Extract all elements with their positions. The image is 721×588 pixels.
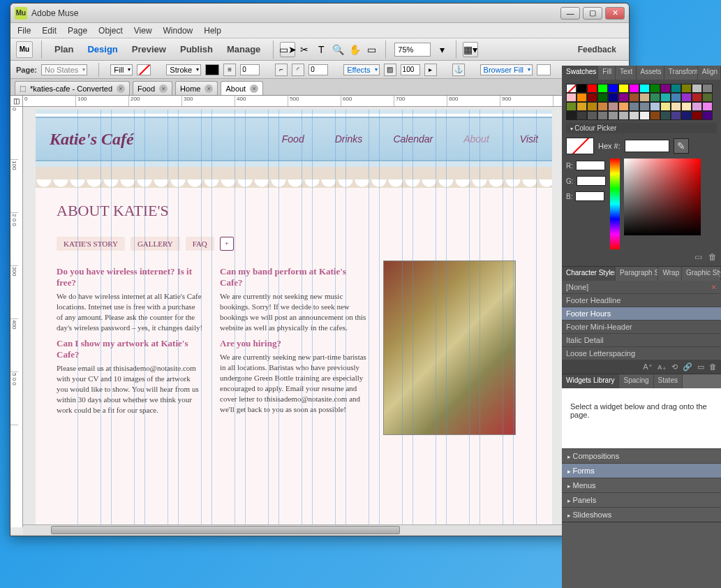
close-tab-icon[interactable]: × (205, 84, 213, 93)
nav-calendar[interactable]: Calendar (393, 133, 433, 145)
swatch-cell[interactable] (650, 93, 660, 102)
swatch-cell[interactable] (577, 111, 587, 120)
mode-publish[interactable]: Publish (180, 44, 213, 54)
link-style-icon[interactable]: 🔗 (683, 362, 692, 371)
tab-assets[interactable]: Assets (637, 66, 664, 80)
swatch-cell[interactable] (660, 102, 671, 111)
accordion-compositions[interactable]: Compositions (562, 448, 721, 463)
effects-dropdown[interactable]: Effects (343, 64, 379, 75)
doc-tab[interactable]: Home× (175, 81, 218, 95)
selection-tool-icon[interactable]: ▭➤ (280, 42, 295, 57)
tab-transform[interactable]: Transform (664, 66, 698, 80)
swatch-cell[interactable] (671, 84, 681, 93)
corner-radius-icon[interactable]: ◜ (292, 64, 304, 76)
swatch-cell[interactable] (566, 102, 577, 111)
swatch-cell[interactable] (671, 93, 681, 102)
swatch-cell[interactable] (597, 84, 608, 93)
doc-tab[interactable]: ⬚*katies-cafe - Converted× (15, 81, 130, 95)
browser-fill-swatch-icon[interactable] (537, 64, 551, 75)
opacity-icon[interactable]: ▨ (384, 64, 396, 76)
swatch-cell[interactable] (702, 84, 713, 93)
stroke-dropdown[interactable]: Stroke (166, 64, 201, 75)
tab-fill[interactable]: Fill (598, 66, 616, 80)
swatch-cell[interactable] (618, 111, 629, 120)
swatch-cell[interactable] (587, 111, 597, 120)
swatch-cell[interactable] (639, 111, 650, 120)
tab-graphic-styles[interactable]: Graphic Sty (682, 267, 721, 281)
swatch-cell[interactable] (587, 84, 597, 93)
style-row[interactable]: Italic Detail (562, 334, 721, 347)
style-row[interactable]: Loose Letterspacing (562, 347, 721, 360)
swatch-cell[interactable] (566, 93, 577, 102)
fill-swatch-icon[interactable] (137, 64, 151, 75)
nav-about[interactable]: About (463, 133, 489, 145)
anchor-icon[interactable]: ⚓ (452, 64, 465, 76)
swatch-cell[interactable] (650, 111, 660, 120)
menu-page[interactable]: Page (68, 26, 87, 36)
mode-manage[interactable]: Manage (227, 44, 260, 54)
browser-fill-dropdown[interactable]: Browser Fill (480, 64, 533, 75)
swatch-cell[interactable] (692, 84, 702, 93)
stroke-weight-input[interactable]: 0 (240, 64, 260, 75)
current-colour-swatch[interactable] (566, 138, 594, 154)
zoom-dropdown-icon[interactable]: ▾ (434, 42, 449, 57)
swatch-cell[interactable] (618, 84, 629, 93)
feedback-button[interactable]: Feedback (578, 45, 616, 54)
swatch-cell[interactable] (629, 84, 639, 93)
states-dropdown[interactable]: No States (41, 64, 87, 75)
swatch-cell[interactable] (618, 102, 629, 111)
swatch-cell[interactable] (608, 84, 618, 93)
close-button[interactable]: ✕ (605, 7, 625, 20)
r-input[interactable] (576, 161, 605, 170)
mode-design[interactable]: Design (87, 44, 117, 54)
swatch-cell[interactable] (639, 84, 650, 93)
mode-plan[interactable]: Plan (54, 44, 73, 54)
swatch-cell[interactable] (597, 93, 608, 102)
faq-image[interactable] (383, 260, 516, 435)
stroke-weight-stepper-icon[interactable]: ≡ (223, 64, 236, 76)
maximize-button[interactable]: ▢ (583, 7, 602, 20)
close-tab-icon[interactable]: × (159, 84, 168, 93)
swatch-cell[interactable] (597, 111, 608, 120)
b-input[interactable] (575, 191, 604, 201)
swatch-cell[interactable] (650, 84, 660, 93)
titlebar[interactable]: Mu Adobe Muse — ▢ ✕ (10, 3, 629, 23)
tab-align[interactable]: Align (698, 66, 721, 80)
swatch-cell[interactable] (587, 93, 597, 102)
opacity-input[interactable]: 100 (401, 64, 420, 75)
sat-val-picker[interactable] (624, 159, 701, 235)
ruler-origin-icon[interactable]: ◫ (10, 96, 23, 107)
horizontal-scrollbar[interactable] (23, 524, 629, 534)
swatch-cell[interactable] (577, 84, 587, 93)
swatch-cell[interactable] (629, 102, 639, 111)
hue-slider[interactable] (610, 159, 620, 249)
tab-wrap[interactable]: Wrap (658, 267, 682, 281)
vertical-ruler[interactable]: 0 100 2 0 0 300 400 5 0 0 (10, 107, 23, 527)
accordion-forms[interactable]: Forms (562, 463, 721, 478)
delete-style-icon[interactable]: 🗑 (709, 362, 717, 371)
close-tab-icon[interactable]: × (250, 84, 258, 93)
menu-file[interactable]: File (17, 26, 31, 36)
swatch-cell[interactable] (650, 102, 660, 111)
swatch-cell[interactable] (639, 93, 650, 102)
swatch-cell[interactable] (587, 102, 597, 111)
swatch-cell[interactable] (671, 111, 681, 120)
zoom-tool-icon[interactable]: 🔍 (330, 42, 345, 57)
doc-tab[interactable]: Food× (133, 81, 172, 95)
doc-tab[interactable]: About× (221, 81, 263, 95)
mode-preview[interactable]: Preview (132, 44, 166, 54)
hand-tool-icon[interactable]: ✋ (347, 42, 362, 57)
page-canvas[interactable]: Katie's Café Food Drinks Calendar About … (36, 110, 552, 529)
nav-food[interactable]: Food (282, 133, 304, 145)
zoom-select[interactable]: 75% (394, 43, 431, 57)
swatch-cell[interactable] (608, 102, 618, 111)
scrollbar-thumb[interactable] (51, 526, 400, 534)
opacity-slider-icon[interactable]: ▸ (424, 64, 437, 76)
new-style-icon[interactable]: ▭ (697, 362, 704, 371)
swatch-cell[interactable] (608, 93, 618, 102)
crop-tool-icon[interactable]: ✂ (297, 42, 312, 57)
colour-picker-header[interactable]: Colour Picker (566, 123, 717, 133)
add-tab-icon[interactable]: + (220, 237, 234, 251)
redefine-style-icon[interactable]: ⟲ (671, 362, 678, 371)
mu-home-icon[interactable]: Mu (16, 41, 33, 58)
